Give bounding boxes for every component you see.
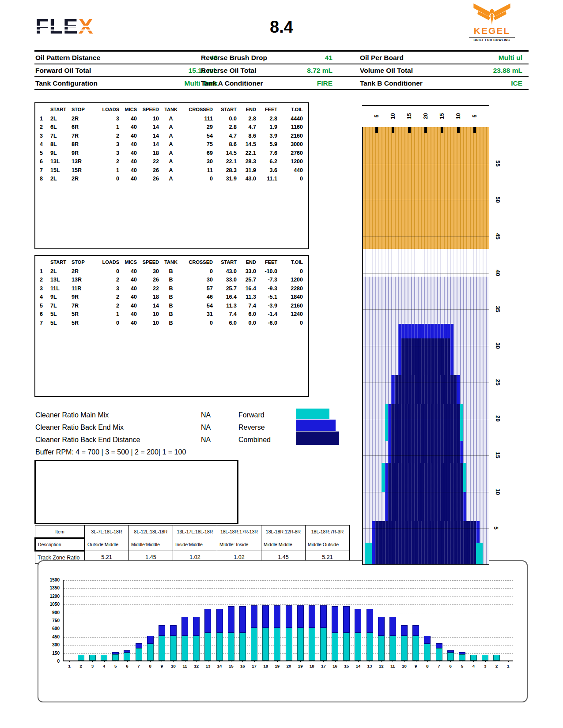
combined-oil-step — [401, 338, 450, 375]
forward-oil-bar — [251, 628, 257, 660]
distance-label: 5 — [493, 526, 499, 529]
track-column-header: 18L-18R:7R-3R — [306, 525, 350, 538]
reverse-oil-bar — [170, 625, 177, 636]
column-header: LOADS — [96, 107, 119, 114]
load-cell: 22 — [137, 284, 159, 293]
forward-oil-bar — [262, 628, 269, 660]
load-cell: 13L — [50, 158, 72, 166]
reverse-oil-bar — [378, 617, 385, 635]
load-cell: 7R — [72, 301, 96, 310]
chart-gridline — [64, 597, 513, 597]
kegel-logo-text: KEGEL — [469, 26, 515, 36]
load-cell: 1 — [96, 166, 119, 175]
load-cell: 2160 — [277, 301, 303, 310]
load-cell: 7.6 — [256, 149, 277, 158]
load-cell: 6.0 — [213, 319, 237, 327]
distance-gridline — [362, 528, 489, 529]
forward-oil-bar — [193, 636, 200, 660]
column-header: MICS — [119, 259, 137, 267]
reverse-oil-bar — [309, 605, 315, 628]
load-row: 48L8R34014A758.614.55.93000 — [40, 140, 303, 149]
x-axis-tick — [254, 660, 255, 662]
column-header: CROSSED — [183, 259, 213, 267]
x-axis-tick — [231, 660, 231, 662]
distance-gridline — [362, 200, 489, 200]
distance-label: 25 — [495, 379, 501, 385]
x-axis-tick — [127, 660, 128, 662]
x-axis-label: 14 — [356, 664, 361, 668]
y-axis-label: 450 — [41, 634, 60, 639]
load-row: 12L2R34010A1110.02.82.84440 — [40, 114, 303, 123]
load-cell: 0 — [96, 319, 119, 327]
load-cell: 22.1 — [213, 158, 237, 166]
reverse-oil-bar — [332, 606, 338, 633]
track-header-row: Item3L-7L:18L-18R8L-12L:18L-18R13L-17L:1… — [35, 525, 350, 538]
x-axis-tick — [450, 660, 451, 662]
load-cell: B — [159, 284, 183, 293]
summary-row: Forward Oil Total 15.16 mL Reverse Oil T… — [34, 64, 529, 77]
load-row: 12L2R04030B043.033.0-10.00 — [40, 267, 303, 276]
x-axis-label: 17 — [252, 664, 257, 668]
summary-value: ICE — [454, 77, 522, 90]
x-axis-tick — [335, 660, 336, 662]
load-cell: 46 — [183, 293, 213, 302]
load-cell: 40 — [119, 175, 137, 184]
load-cell: 5R — [72, 319, 96, 327]
lane-bottom-edge — [362, 564, 489, 565]
load-cell: 6R — [72, 123, 96, 132]
x-axis-tick — [370, 660, 370, 662]
x-axis-label: 1 — [68, 664, 70, 668]
track-column-header: 18L-18R:17R-13R — [217, 525, 261, 538]
load-cell: 3 — [40, 131, 50, 140]
load-cell: 0.0 — [213, 114, 237, 123]
load-cell: B — [159, 319, 183, 327]
load-cell: 10 — [137, 310, 159, 319]
load-cell: 40 — [119, 158, 137, 166]
load-cell: 14 — [137, 301, 159, 310]
forward-oil-bar — [216, 633, 223, 660]
load-cell: 1160 — [277, 123, 303, 132]
column-header: SPEED — [137, 107, 159, 114]
load-row: 82L2R04026A031.943.011.10 — [40, 175, 303, 184]
board-number-label: 20 — [423, 112, 429, 120]
load-cell: 7.4 — [237, 301, 256, 310]
kegel-eagle-icon — [472, 3, 511, 26]
load-cell: 0 — [183, 267, 213, 276]
load-cell: 13L — [50, 276, 72, 285]
forward-oil-bar — [228, 633, 234, 660]
reverse-oil-bar — [412, 625, 419, 636]
load-cell: 26 — [137, 166, 159, 175]
x-axis-tick — [323, 660, 324, 662]
load-cell: 6.0 — [237, 310, 256, 319]
load-row: 26L6R14014A292.84.71.91160 — [40, 123, 303, 132]
x-axis-label: 18 — [263, 664, 268, 668]
forward-oil-bar — [309, 628, 315, 660]
forward-oil-step — [385, 404, 388, 441]
x-axis-tick — [289, 660, 289, 662]
board-tick — [408, 127, 411, 133]
reverse-oil-bar — [159, 625, 165, 636]
x-axis-tick — [473, 660, 474, 662]
forward-oil-bar — [286, 628, 292, 660]
track-description-label: Description — [35, 538, 85, 551]
load-cell: 0 — [96, 175, 119, 184]
summary-value: 23.88 mL — [454, 64, 522, 77]
load-cell: 4.7 — [237, 123, 256, 132]
x-axis-label: 15 — [229, 664, 234, 668]
summary-label: Tank B Conditioner — [360, 77, 423, 90]
lane-backend-wood — [362, 127, 489, 249]
load-row: 75L5R04010B06.00.0-6.00 — [40, 319, 303, 327]
x-axis-tick — [139, 660, 139, 662]
load-cell: 10 — [137, 114, 159, 123]
x-axis-tick — [404, 660, 405, 662]
summary-label: Tank A Conditioner — [201, 77, 263, 90]
track-zone-table: Item3L-7L:18L-18R8L-12L:18L-18R13L-17L:1… — [34, 525, 350, 564]
reverse-oil-bar — [447, 650, 454, 653]
reverse-oil-bar — [297, 605, 304, 628]
forward-oil-bar — [447, 653, 454, 660]
track-column-header: 3L-7L:18L-18R — [85, 525, 129, 538]
load-cell: 2.8 — [213, 123, 237, 132]
load-cell: 7R — [72, 131, 96, 140]
x-axis-tick — [69, 660, 70, 662]
cleaner-ratio-label: Cleaner Ratio Main Mix — [35, 411, 203, 419]
